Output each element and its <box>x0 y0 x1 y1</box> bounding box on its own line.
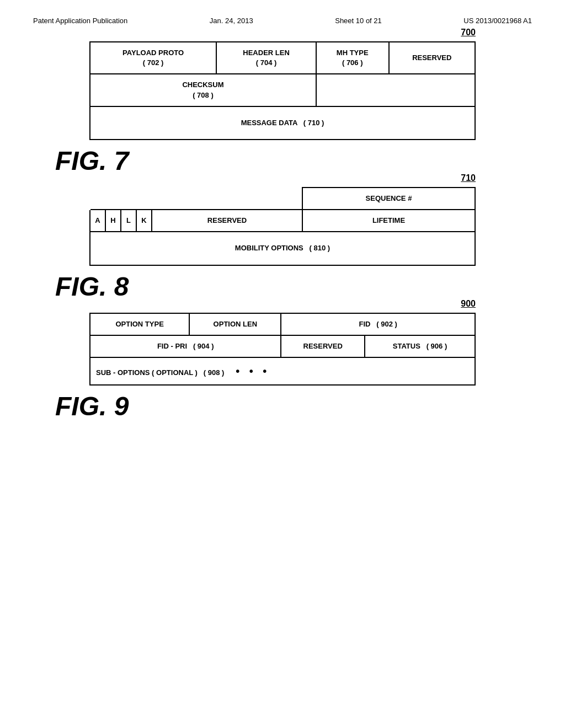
letter-k: K <box>136 210 152 232</box>
fig9-table: OPTION TYPE OPTION LEN FID ( 902 ) FID -… <box>89 313 476 386</box>
patent-header-date: Jan. 24, 2013 <box>210 17 253 25</box>
table-row: FID - PRI ( 904 ) RESERVED STATUS ( 906 … <box>90 335 475 357</box>
letter-h: H <box>105 210 121 232</box>
letter-l: L <box>121 210 136 232</box>
patent-header-sheet: Sheet 10 of 21 <box>335 17 382 25</box>
table-row: OPTION TYPE OPTION LEN FID ( 902 ) <box>90 313 475 335</box>
fig8-label: FIG. 8 <box>55 271 532 302</box>
fig7-diagram: 700 PAYLOAD PROTO( 702 ) HEADER LEN( 704… <box>89 41 476 140</box>
option-type-cell: OPTION TYPE <box>90 313 189 335</box>
fig8-table: SEQUENCE # A H L K RESERVED LIFETIME MOB… <box>89 187 476 266</box>
table-row: CHECKSUM( 708 ) <box>90 74 475 106</box>
mobility-options-cell: MOBILITY OPTIONS ( 810 ) <box>90 232 475 265</box>
ellipsis-dots: • • • <box>236 365 270 377</box>
table-row: A H L K RESERVED LIFETIME <box>90 210 475 232</box>
checksum-cell: CHECKSUM( 708 ) <box>90 74 316 106</box>
fig7-table: PAYLOAD PROTO( 702 ) HEADER LEN( 704 ) M… <box>89 41 476 140</box>
status-cell: STATUS ( 906 ) <box>365 335 475 357</box>
mh-type-cell: MH TYPE( 706 ) <box>316 42 389 74</box>
header-len-cell: HEADER LEN( 704 ) <box>216 42 316 74</box>
table-row: SEQUENCE # <box>90 188 475 210</box>
empty-cell <box>316 74 475 106</box>
lifetime-cell: LIFETIME <box>302 210 475 232</box>
letter-a: A <box>90 210 105 232</box>
reserved-cell2: RESERVED <box>281 335 365 357</box>
sequence-cell: SEQUENCE # <box>302 188 475 210</box>
reserved-cell: RESERVED <box>389 42 475 74</box>
table-row: PAYLOAD PROTO( 702 ) HEADER LEN( 704 ) M… <box>90 42 475 74</box>
fig8-diagram: 710 SEQUENCE # A H L K RESERVED LIFETIME… <box>89 187 476 266</box>
fig7-diagram-number: 700 <box>461 28 476 38</box>
option-len-cell: OPTION LEN <box>189 313 281 335</box>
fig9-diagram: 900 OPTION TYPE OPTION LEN FID ( 902 ) F… <box>89 313 476 386</box>
fig9-diagram-number: 900 <box>461 299 476 309</box>
reserved-cell: RESERVED <box>152 210 302 232</box>
table-row: MOBILITY OPTIONS ( 810 ) <box>90 232 475 265</box>
fig7-label: FIG. 7 <box>55 146 532 176</box>
table-row: SUB - OPTIONS ( OPTIONAL ) ( 908 ) • • • <box>90 357 475 385</box>
fig9-label: FIG. 9 <box>55 391 532 421</box>
empty-top-left <box>90 188 302 210</box>
patent-header-number: US 2013/0021968 A1 <box>463 17 532 25</box>
fig8-diagram-number: 710 <box>461 173 476 183</box>
fid-cell: FID ( 902 ) <box>281 313 475 335</box>
payload-proto-cell: PAYLOAD PROTO( 702 ) <box>90 42 216 74</box>
message-data-cell: MESSAGE DATA ( 710 ) <box>90 106 475 140</box>
fid-pri-cell: FID - PRI ( 904 ) <box>90 335 281 357</box>
sub-options-cell: SUB - OPTIONS ( OPTIONAL ) ( 908 ) • • • <box>90 357 475 385</box>
patent-header: Patent Application Publication Jan. 24, … <box>33 17 532 25</box>
table-row: MESSAGE DATA ( 710 ) <box>90 106 475 140</box>
patent-header-left: Patent Application Publication <box>33 17 127 25</box>
